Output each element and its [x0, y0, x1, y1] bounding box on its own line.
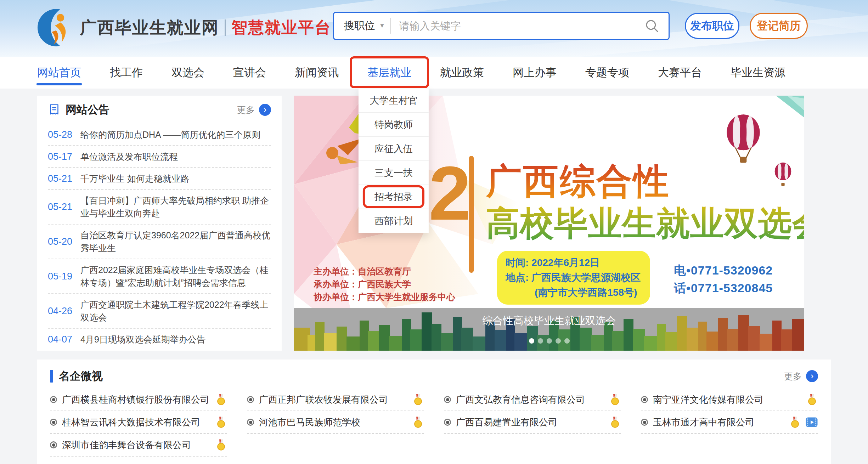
organizer-undertaker: 承办单位：广西民族大学 [314, 278, 455, 290]
company-row[interactable]: 广西百易建置业有限公司 [444, 411, 621, 434]
company-row[interactable]: 广西文弘教育信息咨询有限公司 [444, 389, 621, 411]
nav-item-special-topics[interactable]: 专题专项 [585, 57, 629, 89]
nav-item-grassroots-employment[interactable]: 基层就业 大学生村官 特岗教师 应征入伍 三支一扶 招考招录 [367, 57, 411, 89]
banner-title-line2: 高校毕业生就业双选会 [486, 201, 804, 247]
company-name[interactable]: 南宁亚洋文化传媒有限公司 [653, 394, 802, 406]
dropdown-label: 招考招录 [374, 191, 413, 203]
nav-item-online-services[interactable]: 网上办事 [513, 57, 557, 89]
company-name[interactable]: 深圳市佳韵丰舞台设备有限公司 [62, 439, 212, 451]
companies-panel: 名企微视 更多 › 广西横县桂商村镇银行股份有限公司 广西正邦广联农牧发展有限公… [37, 360, 831, 464]
companies-more-arrow-icon[interactable]: › [806, 370, 818, 382]
nav-item-employment-policy[interactable]: 就业政策 [440, 57, 484, 89]
company-row[interactable]: 南宁亚洋文化传媒有限公司 [641, 389, 818, 411]
company-row[interactable]: 河池市巴马民族师范学校 [247, 411, 424, 434]
carousel-dot[interactable] [529, 338, 534, 344]
announcement-row[interactable]: 05-20 自治区教育厅认定3960名2022届广西普通高校优秀毕业生 [48, 225, 271, 259]
carousel-dot[interactable] [547, 338, 552, 344]
announcement-row[interactable]: 05-19 广西2022届家庭困难高校毕业生专场双选会（桂林专场）暨“宏志助航计… [48, 259, 271, 294]
banner-corner-triangles [765, 96, 804, 124]
company-name[interactable]: 广西横县桂商村镇银行股份有限公司 [62, 394, 212, 406]
nav-label: 大赛平台 [658, 65, 702, 80]
medal-icon [789, 416, 801, 428]
nav-label: 找工作 [110, 65, 143, 80]
announcement-row[interactable]: 05-21 【百日冲刺】广西师大率先破局相约求职 助推企业与毕业生双向奔赴 [48, 190, 271, 225]
carousel-dot[interactable] [556, 338, 561, 344]
bullet-icon [50, 396, 57, 403]
announcement-title[interactable]: 4月9日现场双选会延期举办公告 [80, 333, 205, 346]
dropdown-item-military-enlistment[interactable]: 应征入伍 [359, 137, 429, 161]
nav-item-find-job[interactable]: 找工作 [110, 57, 143, 89]
announcements-more-link[interactable]: 更多 [237, 104, 255, 116]
medal-icon [609, 416, 621, 428]
company-row-empty [247, 434, 424, 457]
banner-organizers: 主办单位：自治区教育厅 承办单位：广西民族大学 协办单位：广西大学生就业服务中心 [314, 265, 455, 303]
company-name[interactable]: 广西百易建置业有限公司 [456, 416, 605, 429]
nav-item-info-session[interactable]: 宣讲会 [233, 57, 266, 89]
companies-grid: 广西横县桂商村镇银行股份有限公司 广西正邦广联农牧发展有限公司 广西文弘教育信息… [37, 386, 831, 457]
announcement-title[interactable]: 广西2022届家庭困难高校毕业生专场双选会（桂林专场）暨“宏志助航计划”招聘会需… [80, 264, 271, 289]
dropdown-item-west-plan[interactable]: 西部计划 [359, 209, 429, 233]
dropdown-item-recruitment-exam[interactable]: 招考招录 [359, 185, 429, 209]
announcement-title[interactable]: 广西交通职院土木建筑工程学院2022年春季线上双选会 [80, 298, 271, 324]
company-row[interactable]: 深圳市佳韵丰舞台设备有限公司 [50, 434, 227, 457]
company-row-empty [641, 434, 818, 457]
nav-label: 宣讲会 [233, 65, 266, 80]
company-row[interactable]: 桂林智云讯科大数据技术有限公司 [50, 411, 227, 434]
nav-item-graduate-resources[interactable]: 毕业生资源 [731, 57, 785, 89]
announcement-title[interactable]: 千万毕业生 如何走稳就业路 [80, 172, 189, 185]
video-play-icon[interactable] [805, 416, 818, 429]
nav-item-news[interactable]: 新闻资讯 [295, 57, 339, 89]
announcements-more-arrow-icon[interactable]: › [259, 104, 271, 116]
carousel-dot[interactable] [564, 338, 570, 344]
company-name[interactable]: 玉林市通才高中有限公司 [653, 416, 785, 429]
announcement-row[interactable]: 05-17 单位激活及发布职位流程 [48, 146, 271, 168]
nav-item-home[interactable]: 网站首页 [37, 57, 81, 89]
announcement-row[interactable]: 04-07 4月9日现场双选会延期举办公告 [48, 329, 271, 350]
banner-phones: 电•0771-5320962 话•0771-5320845 [674, 261, 773, 297]
bullet-icon [444, 419, 451, 426]
announcement-title[interactable]: 【百日冲刺】广西师大率先破局相约求职 助推企业与毕业生双向奔赴 [80, 194, 271, 220]
announcement-title[interactable]: 给你的简历加点DHA ——简历优化的三个原则 [80, 128, 260, 141]
announcement-title[interactable]: 单位激活及发布职位流程 [80, 150, 178, 163]
search-category-select[interactable]: 搜职位 [344, 19, 375, 33]
nav-item-competition-platform[interactable]: 大赛平台 [658, 57, 702, 89]
site-name: 广西毕业生就业网 [80, 17, 219, 39]
carousel-dot[interactable] [538, 338, 543, 344]
company-row[interactable]: 广西横县桂商村镇银行股份有限公司 [50, 389, 227, 411]
company-row[interactable]: 广西正邦广联农牧发展有限公司 [247, 389, 424, 411]
hot-air-balloon-icon [723, 114, 763, 168]
dropdown-item-special-post-teacher[interactable]: 特岗教师 [359, 113, 429, 137]
carousel-caption: 综合性高校毕业生就业双选会 [294, 314, 804, 328]
dropdown-label: 大学生村官 [370, 94, 417, 107]
company-name[interactable]: 广西正邦广联农牧发展有限公司 [259, 394, 408, 406]
company-name[interactable]: 河池市巴马民族师范学校 [259, 416, 408, 429]
hot-air-balloon-small-icon [773, 162, 793, 189]
announcement-row[interactable]: 05-28 给你的简历加点DHA ——简历优化的三个原则 [48, 124, 271, 146]
dropdown-item-three-supports[interactable]: 三支一扶 [359, 161, 429, 185]
post-job-button[interactable]: 发布职位 [685, 13, 739, 39]
medal-icon [412, 416, 424, 428]
announcement-row[interactable]: 04-26 广西交通职院土木建筑工程学院2022年春季线上双选会 [48, 294, 271, 329]
site-logo[interactable]: 广西毕业生就业网 智慧就业平台 [35, 8, 331, 47]
companies-more-link[interactable]: 更多 [784, 370, 802, 382]
dropdown-item-village-official[interactable]: 大学生村官 [359, 89, 429, 113]
main-nav: 网站首页 找工作 双选会 宣讲会 新闻资讯 基层就业 大学生村官 特岗教师 [0, 57, 868, 89]
nav-label: 毕业生资源 [731, 65, 785, 80]
banner-info-address: (南宁市大学西路158号) [506, 285, 642, 300]
banner-phone-2: 话•0771-5320845 [674, 279, 773, 297]
announcement-row[interactable]: 05-21 千万毕业生 如何走稳就业路 [48, 168, 271, 190]
chevron-down-icon[interactable]: ▼ [379, 22, 385, 29]
register-resume-button[interactable]: 登记简历 [750, 13, 808, 39]
search-input[interactable] [399, 20, 641, 32]
nav-label: 网站首页 [37, 65, 81, 80]
nav-item-job-fair[interactable]: 双选会 [171, 57, 204, 89]
company-name[interactable]: 广西文弘教育信息咨询有限公司 [456, 394, 605, 406]
nav-label: 网上办事 [513, 65, 557, 80]
company-name[interactable]: 桂林智云讯科大数据技术有限公司 [62, 416, 212, 429]
announcement-date: 05-17 [48, 151, 80, 162]
search-icon[interactable] [644, 18, 659, 33]
announcement-title[interactable]: 自治区教育厅认定3960名2022届广西普通高校优秀毕业生 [80, 229, 271, 254]
company-row[interactable]: 玉林市通才高中有限公司 [641, 411, 818, 434]
announcement-date: 05-21 [48, 173, 80, 184]
medal-icon [609, 394, 621, 406]
